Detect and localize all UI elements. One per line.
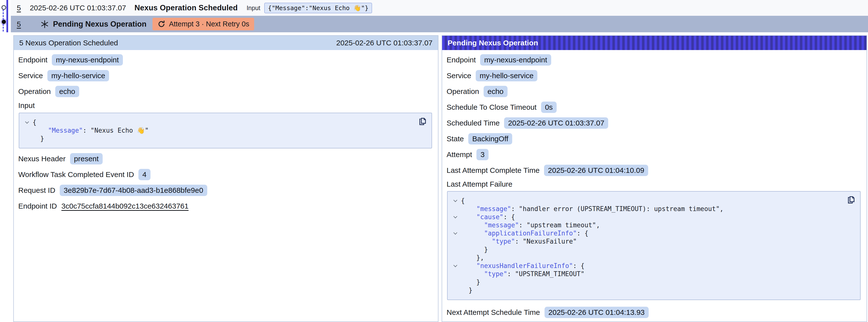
pending-panel-title: Pending Nexus Operation	[447, 39, 538, 47]
code-text: }	[461, 286, 472, 294]
code-gutter	[450, 221, 461, 229]
field-row-workflow-task-completed-event-id: Workflow Task Completed Event ID4	[18, 167, 433, 183]
event-panel-title: 5 Nexus Operation Scheduled	[19, 39, 118, 47]
field-row-endpoint-id: Endpoint ID3c0c75ccfa8144b092c13ce632463…	[18, 198, 433, 214]
code-line: }	[450, 278, 843, 286]
copy-button[interactable]	[846, 195, 856, 205]
code-gutter	[450, 229, 461, 237]
field-row-endpoint: Endpointmy-nexus-endpoint	[446, 52, 861, 68]
code-text: {	[33, 118, 36, 127]
code-gutter	[450, 286, 461, 294]
field-label: Request ID	[18, 186, 55, 195]
field-label: Last Attempt Complete Time	[446, 166, 539, 174]
field-value-badge: echo	[55, 86, 79, 97]
code-text: },	[461, 254, 484, 262]
field-label: Schedule To Close Timeout	[446, 103, 537, 111]
field-row-next-attempt-schedule-time: Next Attempt Schedule Time2025-02-26 UTC…	[446, 304, 861, 320]
code-line: }	[450, 286, 843, 294]
code-line: }	[21, 135, 414, 143]
code-text: }	[461, 246, 488, 254]
copy-icon	[846, 195, 856, 205]
field-value-badge: 2025-02-26 UTC 01:04:13.93	[545, 307, 649, 318]
failure-section-label: Last Attempt Failure	[446, 180, 513, 188]
field-label: Endpoint	[446, 56, 476, 64]
event-panel-header: 5 Nexus Operation Scheduled 2025-02-26 U…	[14, 36, 438, 50]
field-row-attempt: Attempt3	[446, 147, 861, 162]
collapse-caret-icon[interactable]	[453, 263, 457, 267]
collapse-caret-icon[interactable]	[25, 120, 29, 124]
copy-button[interactable]	[417, 117, 427, 127]
copy-icon	[417, 117, 427, 126]
code-text: "cause": {	[461, 213, 515, 221]
field-label: Endpoint	[18, 56, 48, 64]
timeline-node-filled-icon[interactable]	[2, 20, 6, 24]
field-label: Nexus Header	[18, 155, 66, 163]
field-value-badge: 3e829b7e-7d67-4b08-aad3-b1e868bfe9e0	[60, 185, 207, 196]
field-row-schedule-to-close-timeout: Schedule To Close Timeout0s	[446, 99, 861, 115]
code-text: "type": "UPSTREAM_TIMEOUT"	[461, 270, 585, 278]
code-gutter	[450, 205, 461, 213]
code-line: {	[450, 197, 843, 205]
retry-icon	[157, 20, 165, 28]
event-timestamp: 2025-02-26 UTC 01:03:37.07	[30, 4, 126, 12]
field-value-badge: my-nexus-endpoint	[480, 54, 551, 66]
event-row-scheduled[interactable]: 5 2025-02-26 UTC 01:03:37.07 Nexus Opera…	[11, 0, 868, 16]
field-value-badge: 2025-02-26 UTC 01:03:37.07	[504, 117, 608, 129]
pending-asterisk-icon	[40, 20, 49, 29]
field-row-operation: Operationecho	[446, 84, 861, 99]
event-row-pending[interactable]: 5 Pending Nexus Operation Attempt 3 · Ne…	[11, 16, 868, 32]
workflow-history-screen: 5 2025-02-26 UTC 01:03:37.07 Nexus Opera…	[0, 0, 868, 322]
collapse-caret-icon[interactable]	[453, 231, 457, 235]
code-gutter	[450, 197, 461, 205]
code-gutter	[21, 127, 33, 135]
code-line: }	[450, 246, 843, 254]
field-label: Attempt	[446, 151, 472, 159]
field-value-badge: my-hello-service	[476, 70, 537, 82]
timeline-dashed-connector	[3, 6, 4, 32]
field-value-badge: 4	[138, 169, 151, 180]
code-text: }	[33, 135, 44, 143]
timeline-node-open-icon[interactable]	[1, 5, 6, 10]
input-json-viewer: { "Message": "Nexus Echo 👋" }	[19, 113, 432, 149]
field-value-link[interactable]: 3c0c75ccfa8144b092c13ce632463761	[61, 202, 188, 210]
field-row-service: Servicemy-hello-service	[18, 68, 433, 84]
code-text: }	[461, 278, 480, 286]
field-label: Operation	[446, 87, 479, 96]
code-line: },	[450, 254, 843, 262]
field-row-request-id: Request ID3e829b7e-7d67-4b08-aad3-b1e868…	[18, 183, 433, 198]
field-label: Scheduled Time	[446, 119, 500, 127]
collapse-caret-icon[interactable]	[453, 198, 457, 202]
pending-title: Pending Nexus Operation	[53, 20, 147, 29]
field-value-badge: 0s	[541, 102, 557, 113]
field-row-service: Servicemy-hello-service	[446, 68, 861, 84]
event-panel-timestamp: 2025-02-26 UTC 01:03:37.07	[336, 39, 433, 47]
code-text: "Message": "Nexus Echo 👋"	[33, 127, 149, 135]
field-label: Next Attempt Schedule Time	[446, 308, 540, 317]
field-row-operation: Operationecho	[18, 84, 433, 99]
code-line: "nexusHandlerFailureInfo": {	[450, 262, 843, 270]
event-detail-panel: 5 Nexus Operation Scheduled 2025-02-26 U…	[13, 35, 438, 322]
code-line: "type": "UPSTREAM_TIMEOUT"	[450, 270, 843, 278]
code-text: "nexusHandlerFailureInfo": {	[461, 262, 585, 270]
code-text: "message": "upstream timeout",	[461, 221, 600, 229]
field-row-endpoint: Endpointmy-nexus-endpoint	[18, 52, 433, 68]
pending-panel-header: Pending Nexus Operation	[442, 36, 867, 50]
event-input-preview-badge[interactable]: {"Message":"Nexus Echo 👋"}	[264, 3, 372, 13]
code-text: "message": "handler error (UPSTREAM_TIME…	[461, 205, 723, 213]
field-label: Workflow Task Completed Event ID	[18, 170, 134, 179]
field-value-badge: BackingOff	[468, 133, 512, 144]
event-id-link[interactable]: 5	[17, 4, 21, 12]
code-gutter	[450, 278, 461, 286]
field-row-nexus-header: Nexus Headerpresent	[18, 151, 433, 167]
retry-status-badge: Attempt 3 · Next Retry 0s	[153, 18, 254, 30]
code-gutter	[21, 135, 33, 143]
pending-id-link[interactable]: 5	[17, 20, 21, 28]
field-value-badge: echo	[484, 86, 507, 97]
timeline-active-bar	[6, 0, 8, 32]
retry-badge-text: Attempt 3 · Next Retry 0s	[169, 20, 249, 28]
collapse-caret-icon[interactable]	[453, 215, 457, 219]
field-value-badge: present	[70, 153, 103, 164]
field-label: Operation	[18, 87, 51, 96]
code-gutter	[450, 213, 461, 221]
code-text: "applicationFailureInfo": {	[461, 229, 588, 237]
